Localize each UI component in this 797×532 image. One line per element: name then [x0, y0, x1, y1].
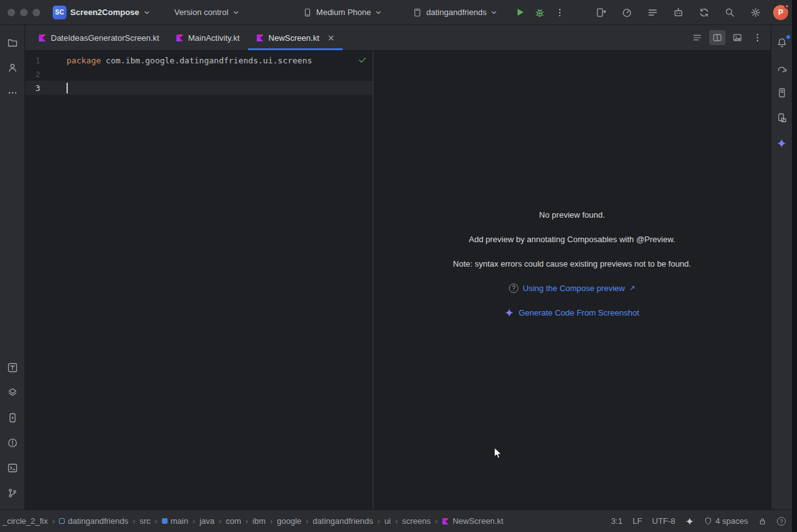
breadcrumb-item[interactable]: com	[226, 516, 242, 526]
running-devices-tool-button[interactable]	[3, 408, 22, 427]
code-editor[interactable]: 1 package com.ibm.google.datingandfriend…	[25, 51, 373, 509]
code-line-2[interactable]: 2	[25, 67, 373, 81]
breadcrumb-separator: ›	[52, 517, 55, 526]
device-explorer-tool-button[interactable]	[773, 109, 791, 127]
close-window-button[interactable]	[8, 9, 15, 16]
close-tab-button[interactable]	[328, 35, 334, 41]
ui-designer-icon	[7, 362, 18, 373]
design-view-icon	[732, 33, 742, 43]
ui-designer-tool-button[interactable]	[3, 358, 22, 377]
user-avatar[interactable]: P	[773, 5, 788, 20]
generate-code-from-screenshot-link[interactable]: Generate Code From Screenshot	[505, 308, 639, 317]
terminal-tool-button[interactable]	[3, 459, 22, 477]
search-everywhere-button[interactable]	[722, 4, 738, 21]
keyword-token: package	[67, 56, 101, 65]
more-run-options-button[interactable]	[552, 4, 568, 21]
gemini-icon	[776, 138, 787, 149]
sparkle-icon	[505, 308, 514, 317]
split-view-button[interactable]	[709, 30, 725, 45]
project-badge-icon: SC	[53, 6, 67, 19]
layers-tool-button[interactable]	[3, 383, 22, 402]
line-number[interactable]: 1	[25, 56, 40, 65]
readonly-toggle-widget[interactable]	[758, 517, 767, 526]
breadcrumb-separator: ›	[378, 517, 380, 526]
status-bar-widgets: 3:1 LF UTF-8 4 spaces ?	[611, 516, 786, 526]
run-button[interactable]	[511, 4, 528, 21]
project-tool-button[interactable]	[3, 33, 22, 52]
tab-label: NewScreen.kt	[269, 33, 319, 43]
inspection-status-widget[interactable]: ?	[777, 517, 786, 526]
breadcrumb-separator: ›	[270, 517, 272, 526]
editor-tab-bar: DateIdeasGeneratorScreen.kt MainActivity…	[25, 25, 771, 51]
breadcrumb-separator: ›	[395, 517, 398, 526]
inspections-widget[interactable]	[358, 55, 367, 65]
zoom-window-button[interactable]	[33, 9, 40, 16]
project-widget[interactable]: SC Screen2Compose	[49, 4, 154, 21]
tab-mainactivity[interactable]: MainActivity.kt	[168, 25, 248, 50]
logcat-icon	[647, 7, 658, 18]
window-edge	[792, 0, 797, 532]
gradle-tool-button[interactable]	[773, 58, 791, 77]
breadcrumb-item[interactable]: main	[162, 516, 188, 526]
version-control-tool-button[interactable]	[3, 484, 22, 503]
device-manager-tool-button[interactable]	[773, 83, 791, 102]
more-tool-windows-button[interactable]	[3, 83, 22, 102]
breadcrumb-item[interactable]: ui	[385, 516, 391, 526]
pull-requests-tool-button[interactable]	[3, 58, 22, 77]
breadcrumb-item[interactable]: _circle_2_fix	[3, 516, 48, 526]
compose-preview-help-link[interactable]: ? Using the Compose preview ↗	[509, 284, 635, 293]
logcat-button[interactable]	[645, 4, 661, 21]
minimize-window-button[interactable]	[20, 9, 28, 16]
notifications-button[interactable]	[773, 33, 791, 52]
run-configuration-selector[interactable]: datingandfriends	[409, 6, 501, 19]
caret-position-widget[interactable]: 3:1	[611, 516, 623, 526]
sync-project-icon	[698, 7, 710, 18]
close-icon	[328, 35, 334, 41]
tab-newscreen[interactable]: NewScreen.kt	[248, 25, 343, 50]
line-separator-widget[interactable]: LF	[633, 516, 642, 526]
preview-empty-title: No preview found.	[539, 210, 605, 220]
help-circle-icon: ?	[509, 284, 518, 293]
studio-bot-icon	[673, 7, 684, 18]
device-mirroring-button[interactable]	[593, 4, 609, 21]
breadcrumb-item[interactable]: google	[277, 516, 301, 526]
kotlin-file-icon	[442, 518, 449, 525]
profiler-button[interactable]	[619, 4, 635, 21]
code-view-button[interactable]	[689, 30, 705, 45]
code-token: com.ibm.google.datingandfriends.ui.scree…	[101, 56, 313, 65]
sync-project-button[interactable]	[696, 4, 712, 21]
gemini-tool-button[interactable]	[773, 134, 791, 152]
device-selector[interactable]: Medium Phone	[299, 6, 386, 19]
breadcrumb-item[interactable]: datingandfriends	[59, 516, 128, 526]
breadcrumb-item[interactable]: ibm	[252, 516, 265, 526]
code-line-3-current[interactable]: 3	[25, 81, 373, 95]
tab-dateideasgeneratorscreen[interactable]: DateIdeasGeneratorScreen.kt	[30, 25, 168, 50]
editor-split: 1 package com.ibm.google.datingandfriend…	[25, 51, 771, 509]
breadcrumb-item-file[interactable]: NewScreen.kt	[442, 516, 503, 526]
version-control-widget[interactable]: Version control	[171, 6, 243, 19]
debug-button[interactable]	[532, 4, 548, 21]
kotlin-file-icon	[176, 34, 184, 42]
studio-bot-button[interactable]	[670, 4, 687, 21]
breadcrumb-item[interactable]: src	[139, 516, 150, 526]
shield-icon	[704, 517, 712, 525]
app-quality-insights-tool-button[interactable]	[3, 434, 22, 452]
notification-dot	[786, 35, 790, 39]
sparkle-icon	[685, 517, 694, 526]
encoding-widget[interactable]: UTF-8	[652, 516, 675, 526]
design-view-button[interactable]	[729, 30, 746, 45]
code-line-1[interactable]: 1 package com.ibm.google.datingandfriend…	[25, 53, 373, 67]
breadcrumb-item[interactable]: datingandfriends	[313, 516, 373, 526]
run-icon	[515, 8, 525, 17]
breadcrumb-item[interactable]: java	[200, 516, 215, 526]
line-number[interactable]: 2	[25, 70, 40, 79]
editor-more-options-button[interactable]	[749, 30, 766, 45]
breadcrumb-item[interactable]: screens	[402, 516, 431, 526]
line-number[interactable]: 3	[25, 83, 40, 93]
indent-widget[interactable]: 4 spaces	[704, 516, 748, 526]
app-quality-insights-icon	[7, 437, 18, 449]
settings-button[interactable]	[747, 4, 764, 21]
gemini-status-widget[interactable]	[685, 517, 694, 526]
left-tool-stripe	[0, 25, 25, 509]
project-name: Screen2Compose	[70, 8, 139, 17]
